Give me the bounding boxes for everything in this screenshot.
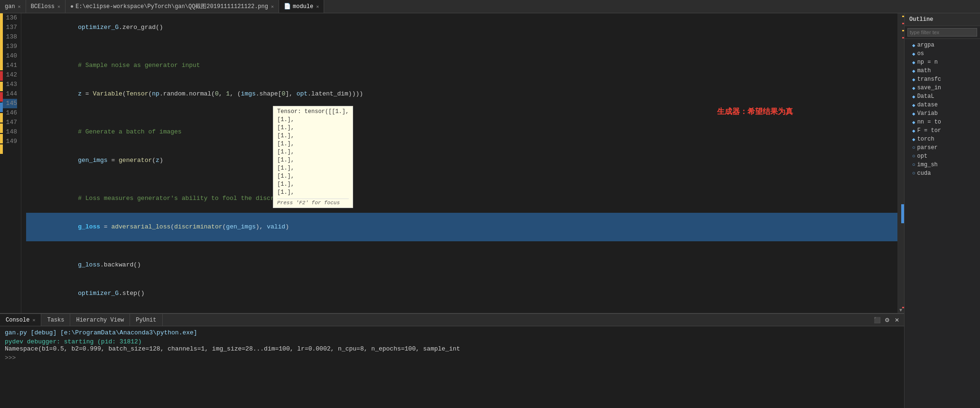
outline-item-math-label: math bbox=[917, 67, 931, 74]
tooltip-row-8: [1.], bbox=[277, 172, 349, 180]
line-num-142: 142 bbox=[2, 70, 17, 80]
chinese-annotation: 生成器：希望结果为真 bbox=[717, 107, 793, 117]
outline-filter bbox=[905, 26, 980, 39]
code-line-142: gen_imgs = generator(z) bbox=[26, 146, 897, 175]
outline-item-argpa[interactable]: ◆ argpa bbox=[905, 41, 980, 49]
np-icon: ◆ bbox=[912, 59, 915, 66]
code-line-143 bbox=[26, 175, 897, 184]
screenshot-dirty-indicator: ● bbox=[70, 3, 74, 10]
outline-item-math[interactable]: ◆ math bbox=[905, 66, 980, 75]
outline-item-img-sh-label: img_sh bbox=[917, 161, 938, 168]
line-num-145: 145 bbox=[2, 99, 17, 108]
tooltip-row-3: [1.], bbox=[277, 132, 349, 140]
code-content[interactable]: optimizer_G.zero_grad() # Sample noise a… bbox=[21, 13, 897, 313]
line-num-147: 147 bbox=[2, 118, 17, 127]
outline-item-torch[interactable]: ◆ torch bbox=[905, 135, 980, 143]
tooltip-header: Tensor: tensor([[1.], bbox=[277, 108, 349, 115]
line-num-140: 140 bbox=[2, 51, 17, 61]
tab-pyunit[interactable]: PyUnit bbox=[130, 314, 162, 326]
tab-console[interactable]: Console ✕ bbox=[0, 314, 41, 326]
tab-tasks[interactable]: Tasks bbox=[41, 314, 70, 326]
outline-item-transfc[interactable]: ◆ transfc bbox=[905, 75, 980, 84]
toolbar-btn-3[interactable]: ✕ bbox=[893, 316, 901, 324]
outline-item-datase[interactable]: ◆ datase bbox=[905, 101, 980, 109]
code-line-149 bbox=[26, 308, 897, 313]
toolbar-btn-1[interactable]: ⬛ bbox=[873, 316, 881, 324]
outline-item-os[interactable]: ◆ os bbox=[905, 49, 980, 58]
bottom-content[interactable]: gan.py [debug] [e:\ProgramData\Anaconda3… bbox=[0, 326, 904, 408]
outline-item-np-label: np = n bbox=[917, 59, 938, 66]
tab-module[interactable]: 📄 module ✕ bbox=[279, 0, 324, 13]
line-num-139: 139 bbox=[2, 42, 17, 51]
code-line-141: # Generate a batch of images bbox=[26, 118, 897, 146]
chevron-yellow-1 bbox=[0, 13, 3, 70]
tab-bar: gan ✕ BCEloss ✕ ● E:\eclipse-workspace\P… bbox=[0, 0, 980, 13]
outline-item-save-in[interactable]: ◆ save_in bbox=[905, 84, 980, 92]
bottom-panel: Console ✕ Tasks Hierarchy View PyUnit ⬛ bbox=[0, 313, 904, 408]
scroll-marker-4 bbox=[902, 37, 904, 38]
tab-tasks-label: Tasks bbox=[47, 317, 64, 323]
tab-bceloss-close[interactable]: ✕ bbox=[57, 4, 60, 9]
parser-icon: ○ bbox=[912, 145, 915, 151]
tooltip-footer: Press 'F2' for focus bbox=[277, 199, 349, 206]
tab-screenshot-label: E:\eclipse-workspace\PyTorch\gan\QQ截图201… bbox=[75, 2, 268, 10]
tab-hierarchy-label: Hierarchy View bbox=[76, 317, 124, 323]
code-line-148: optimizer_G.step() bbox=[26, 279, 897, 308]
outline-item-np[interactable]: ◆ np = n bbox=[905, 58, 980, 66]
outline-item-cuda[interactable]: ○ cuda bbox=[905, 169, 980, 178]
outline-item-variab-label: Variab bbox=[917, 110, 938, 117]
line-num-146: 146 bbox=[2, 108, 17, 118]
outline-item-save-in-label: save_in bbox=[917, 85, 941, 91]
line-num-148: 148 bbox=[2, 127, 17, 137]
editor-area: 136 137 138 139 140 141 142 143 144 145 … bbox=[0, 13, 904, 408]
bottom-panel-header: Console ✕ Tasks Hierarchy View PyUnit ⬛ bbox=[0, 314, 904, 326]
toolbar-btn-2[interactable]: ⚙ bbox=[883, 316, 891, 324]
code-editor[interactable]: 136 137 138 139 140 141 142 143 144 145 … bbox=[0, 13, 904, 313]
scroll-arrow-down[interactable]: ▼ bbox=[897, 308, 904, 313]
chevron-yellow-5 bbox=[0, 134, 3, 143]
tab-hierarchy[interactable]: Hierarchy View bbox=[70, 314, 130, 326]
console-path: gan.py [debug] [e:\ProgramData\Anaconda3… bbox=[5, 329, 899, 336]
line-num-143: 143 bbox=[2, 80, 17, 89]
outline-item-datase-label: datase bbox=[917, 102, 938, 108]
prompt-symbol: >>> bbox=[5, 354, 16, 361]
module-icon: 📄 bbox=[284, 3, 291, 10]
line-num-138: 138 bbox=[2, 32, 17, 42]
chevron-yellow-3 bbox=[0, 113, 3, 123]
tooltip-row-2: [1.], bbox=[277, 124, 349, 132]
tooltip-row-1: [1.], bbox=[277, 116, 349, 124]
scroll-marker-1 bbox=[902, 16, 904, 17]
debug-prompt[interactable]: >>> bbox=[5, 352, 899, 363]
line-numbers: 136 137 138 139 140 141 142 143 144 145 … bbox=[0, 13, 21, 313]
tooltip-row-10: [1.], bbox=[277, 189, 349, 197]
outline-item-f-label: F = tor bbox=[917, 127, 941, 134]
tab-gan-close[interactable]: ✕ bbox=[18, 4, 21, 9]
outline-filter-input[interactable] bbox=[907, 28, 977, 37]
tab-screenshot[interactable]: ● E:\eclipse-workspace\PyTorch\gan\QQ截图2… bbox=[65, 0, 279, 13]
outline-item-datal[interactable]: ◆ DataL bbox=[905, 92, 980, 101]
code-line-137 bbox=[26, 42, 897, 51]
tab-bceloss[interactable]: BCEloss ✕ bbox=[26, 0, 65, 13]
bottom-tabs: Console ✕ Tasks Hierarchy View PyUnit bbox=[0, 314, 870, 326]
outline-item-parser[interactable]: ○ parser bbox=[905, 143, 980, 152]
tooltip-row-9: [1.], bbox=[277, 180, 349, 189]
outline-item-f[interactable]: ◆ F = tor bbox=[905, 126, 980, 135]
console-namespace: Namespace(b1=0.5, b2=0.999, batch_size=1… bbox=[5, 345, 899, 352]
outline-item-opt[interactable]: ○ opt bbox=[905, 152, 980, 161]
outline-item-nn[interactable]: ◆ nn = to bbox=[905, 118, 980, 126]
tab-gan-label: gan bbox=[5, 3, 15, 10]
chevron-red-1 bbox=[0, 71, 3, 81]
line-num-141: 141 bbox=[2, 61, 17, 70]
outline-item-img-sh[interactable]: ○ img_sh bbox=[905, 161, 980, 169]
outline-panel: Outline ◆ argpa ◆ os ◆ np = n ◆ math ◆ bbox=[904, 13, 980, 408]
scroll-marker-3 bbox=[902, 30, 904, 31]
tab-screenshot-close[interactable]: ✕ bbox=[271, 4, 274, 9]
outline-item-variab[interactable]: ◆ Variab bbox=[905, 109, 980, 118]
scroll-markers[interactable]: ▼ bbox=[897, 13, 904, 313]
tab-console-close[interactable]: ✕ bbox=[32, 317, 35, 323]
os-icon: ◆ bbox=[912, 51, 915, 57]
tab-module-close[interactable]: ✕ bbox=[316, 4, 319, 9]
chevron-blue-1 bbox=[0, 103, 3, 112]
code-line-144: # Loss measures generator's ability to f… bbox=[26, 184, 897, 213]
tab-gan[interactable]: gan ✕ bbox=[0, 0, 26, 13]
